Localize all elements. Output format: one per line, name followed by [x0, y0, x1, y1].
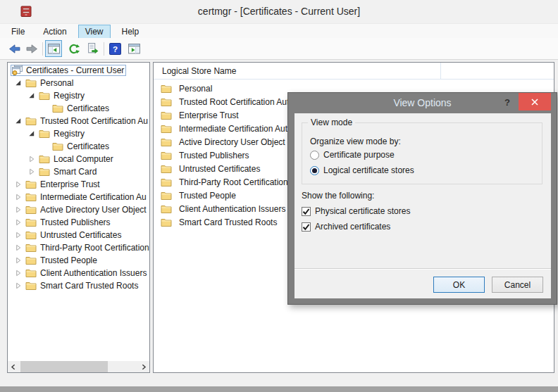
column-divider[interactable]	[440, 63, 441, 80]
show-action-pane-button[interactable]	[125, 40, 142, 57]
tree-item[interactable]: Trusted Publishers	[15, 216, 149, 229]
checkbox-physical-certificate-stores[interactable]: Physical certificate stores	[302, 206, 410, 216]
folder-icon	[25, 191, 37, 203]
list-item-label: Personal	[179, 83, 212, 94]
tree-item[interactable]: Personal	[15, 77, 149, 89]
tree-item[interactable]: Smart Card	[28, 165, 149, 178]
folder-icon	[161, 217, 172, 228]
tree-item[interactable]: Untrusted Certificates	[15, 229, 149, 241]
help-icon	[109, 43, 121, 55]
help-button[interactable]	[106, 40, 123, 57]
folder-icon	[161, 177, 172, 188]
folder-icon	[39, 128, 50, 139]
menu-bar: FileActionViewHelp	[0, 23, 558, 38]
radio-certificate-purpose[interactable]: Certificate purpose	[310, 150, 395, 160]
menu-item-view[interactable]: View	[78, 25, 111, 39]
tree-item[interactable]: Intermediate Certification Au	[15, 191, 149, 203]
export-list-icon	[87, 43, 99, 55]
dialog-titlebar[interactable]: View Options ?	[288, 93, 557, 113]
expander-icon[interactable]	[15, 80, 25, 87]
expander-icon[interactable]	[15, 282, 25, 290]
folder-icon	[25, 280, 37, 291]
tree-item[interactable]: Trusted Root Certification Au	[15, 115, 149, 127]
expander-icon[interactable]	[28, 130, 38, 138]
dialog-title: View Options	[288, 93, 557, 113]
tree-item[interactable]: Client Authentication Issuers	[15, 267, 149, 279]
window-titlebar[interactable]: certmgr - [Certificates - Current User]	[0, 0, 558, 23]
tree-item[interactable]: Active Directory User Object	[15, 203, 149, 216]
radio-icon[interactable]	[310, 151, 319, 160]
dialog-close-button[interactable]	[519, 93, 551, 110]
tree-item[interactable]: Certificates	[42, 102, 149, 115]
folder-icon	[39, 153, 50, 165]
checkbox-archived-certificates[interactable]: Archived certificates	[302, 222, 390, 232]
scroll-left-button[interactable]	[8, 361, 19, 372]
tree-item-label: Smart Card Trusted Roots	[40, 280, 138, 291]
show-console-tree-button[interactable]	[45, 40, 62, 57]
refresh-button[interactable]	[65, 40, 82, 57]
tree-horizontal-scrollbar[interactable]	[8, 361, 149, 372]
folder-icon	[52, 103, 63, 114]
tree-item-label: Certificates	[67, 103, 109, 114]
cancel-button[interactable]: Cancel	[492, 277, 543, 293]
menu-item-file[interactable]: File	[4, 25, 32, 39]
tree-item[interactable]: Smart Card Trusted Roots	[15, 279, 149, 292]
expander-icon[interactable]	[15, 270, 25, 277]
expander-icon[interactable]	[28, 168, 38, 176]
forward-button[interactable]	[23, 40, 40, 57]
tree-item[interactable]: Certificates - Current User	[11, 64, 149, 77]
expander-icon[interactable]	[15, 244, 25, 252]
list-item-label: Active Directory User Object	[179, 137, 285, 148]
dialog-body: View mode Organize view mode by: Certifi…	[294, 113, 551, 298]
export-list-button[interactable]	[84, 40, 101, 57]
tree-item[interactable]: Trusted People	[15, 254, 149, 267]
expander-icon[interactable]	[15, 194, 25, 201]
tree-item-label: Personal	[40, 77, 73, 89]
expander-icon[interactable]	[28, 92, 38, 100]
tree-item[interactable]: Enterprise Trust	[15, 178, 149, 191]
menu-item-action[interactable]: Action	[36, 25, 73, 39]
scrollbar-thumb[interactable]	[20, 361, 108, 372]
tree-item-label: Active Directory User Object	[40, 204, 147, 215]
expander-icon[interactable]	[28, 156, 38, 163]
tree-item[interactable]: Local Computer	[28, 153, 149, 165]
list-item-label: Enterprise Trust	[179, 110, 239, 121]
expander-icon[interactable]	[15, 219, 25, 227]
check-mark-icon	[302, 223, 310, 231]
refresh-icon	[68, 43, 80, 55]
tree-item-label: Smart Card	[54, 166, 97, 177]
view-options-dialog: View Options ? View mode Organize view m…	[287, 92, 557, 305]
expander-icon[interactable]	[15, 206, 25, 214]
radio-icon[interactable]	[310, 166, 319, 175]
folder-icon	[161, 203, 172, 215]
expander-icon[interactable]	[42, 143, 51, 151]
expander-icon[interactable]	[15, 118, 25, 125]
radio-label: Certificate purpose	[323, 150, 395, 160]
tree-item[interactable]: Registry	[28, 89, 149, 102]
scroll-right-button[interactable]	[138, 361, 149, 372]
column-header-logical-store-name[interactable]: Logical Store Name	[154, 63, 554, 80]
expander-icon[interactable]	[15, 257, 25, 265]
expander-icon[interactable]	[15, 232, 25, 239]
dialog-help-button[interactable]: ?	[500, 93, 514, 113]
ok-button[interactable]: OK	[433, 277, 485, 293]
list-item-label: Trusted Root Certification Aut	[179, 96, 289, 108]
tree-item-label: Enterprise Trust	[40, 179, 100, 190]
close-icon	[531, 99, 538, 106]
checkbox-label: Archived certificates	[315, 222, 390, 232]
menu-item-help[interactable]: Help	[115, 25, 147, 39]
tree-item[interactable]: Third-Party Root Certification	[15, 241, 149, 254]
folder-icon	[25, 179, 37, 190]
radio-logical-certificate-stores[interactable]: Logical certificate stores	[310, 165, 414, 175]
expander-icon[interactable]	[42, 105, 51, 113]
checkbox-icon[interactable]	[302, 222, 311, 232]
checkbox-icon[interactable]	[302, 207, 311, 216]
back-arrow-icon	[8, 43, 20, 55]
back-button[interactable]	[6, 40, 23, 57]
folder-icon	[161, 190, 172, 201]
expander-icon[interactable]	[15, 181, 25, 189]
toolbar-separator	[42, 42, 43, 56]
tree-item[interactable]: Certificates	[42, 140, 149, 153]
tree-item[interactable]: Registry	[28, 127, 149, 140]
tree-item-label: Certificates - Current User	[26, 65, 124, 76]
